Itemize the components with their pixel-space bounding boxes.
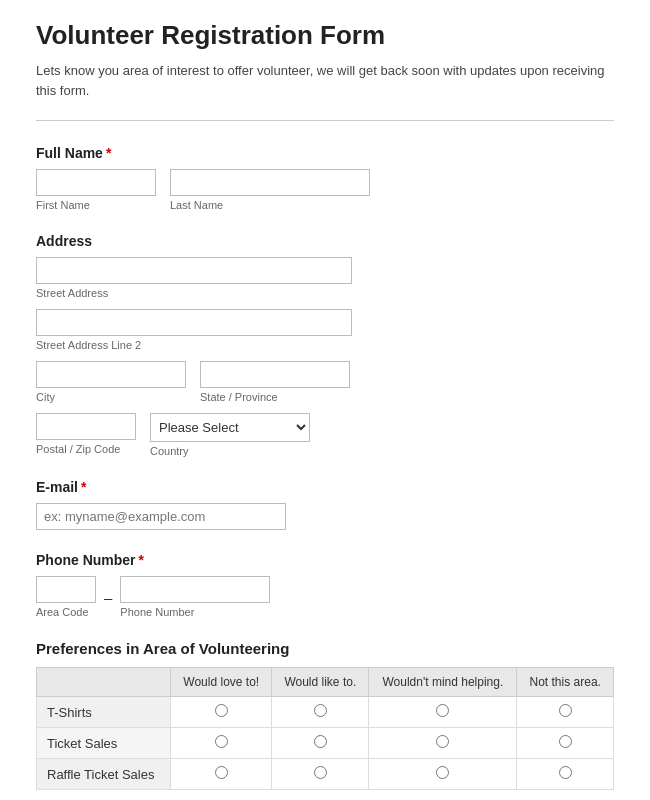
page-title: Volunteer Registration Form [36,20,614,51]
country-label: Country [150,445,310,457]
email-input[interactable] [36,503,286,530]
area-code-group: Area Code [36,576,96,618]
full-name-label: Full Name* [36,145,614,161]
pref-cell-0-3 [517,697,614,728]
preferences-title: Preferences in Area of Volunteering [36,640,614,657]
preferences-col-1: Would love to! [171,668,272,697]
pref-radio-0-2[interactable] [436,704,449,717]
street-address2-label: Street Address Line 2 [36,339,614,351]
phone-number-label: Phone Number [120,606,270,618]
city-group: City [36,361,186,403]
phone-number-group: Phone Number [120,576,270,618]
last-name-label: Last Name [170,199,370,211]
address-section: Address Street Address Street Address Li… [36,233,614,457]
pref-row-label: Raffle Ticket Sales [37,759,171,790]
pref-radio-2-0[interactable] [215,766,228,779]
city-input[interactable] [36,361,186,388]
pref-cell-2-3 [517,759,614,790]
pref-cell-2-2 [369,759,517,790]
preferences-section: Preferences in Area of Volunteering Woul… [36,640,614,790]
address-label: Address [36,233,614,249]
zip-input[interactable] [36,413,136,440]
phone-number-input[interactable] [120,576,270,603]
street-address-input[interactable] [36,257,352,284]
phone-dash: – [104,589,112,606]
page-subtitle: Lets know you area of interest to offer … [36,61,614,100]
pref-radio-2-3[interactable] [559,766,572,779]
pref-row-label: T-Shirts [37,697,171,728]
state-input[interactable] [200,361,350,388]
pref-radio-2-2[interactable] [436,766,449,779]
email-section: E-mail* [36,479,614,530]
pref-radio-0-1[interactable] [314,704,327,717]
phone-section: Phone Number* Area Code – Phone Number [36,552,614,618]
phone-required: * [139,552,144,568]
pref-cell-1-3 [517,728,614,759]
pref-cell-1-0 [171,728,272,759]
last-name-group: Last Name [170,169,370,211]
preferences-header-empty [37,668,171,697]
table-row: T-Shirts [37,697,614,728]
required-indicator: * [106,145,111,161]
pref-radio-1-1[interactable] [314,735,327,748]
pref-cell-2-0 [171,759,272,790]
area-code-input[interactable] [36,576,96,603]
state-group: State / Province [200,361,350,403]
pref-radio-1-2[interactable] [436,735,449,748]
full-name-row: First Name Last Name [36,169,614,211]
pref-cell-0-2 [369,697,517,728]
phone-label: Phone Number* [36,552,614,568]
pref-radio-1-3[interactable] [559,735,572,748]
area-code-label: Area Code [36,606,96,618]
street-address-group: Street Address [36,257,614,299]
divider [36,120,614,121]
pref-row-label: Ticket Sales [37,728,171,759]
pref-radio-0-0[interactable] [215,704,228,717]
preferences-col-3: Wouldn't mind helping. [369,668,517,697]
first-name-label: First Name [36,199,156,211]
pref-cell-0-0 [171,697,272,728]
first-name-input[interactable] [36,169,156,196]
country-group: Please Select United States Canada Unite… [150,413,310,457]
city-label: City [36,391,186,403]
preferences-table: Would love to! Would like to. Wouldn't m… [36,667,614,790]
email-label: E-mail* [36,479,614,495]
table-row: Raffle Ticket Sales [37,759,614,790]
pref-cell-2-1 [272,759,369,790]
street-address-label: Street Address [36,287,614,299]
pref-radio-1-0[interactable] [215,735,228,748]
phone-row: Area Code – Phone Number [36,576,614,618]
last-name-input[interactable] [170,169,370,196]
pref-cell-1-1 [272,728,369,759]
zip-label: Postal / Zip Code [36,443,136,455]
street-address2-input[interactable] [36,309,352,336]
state-label: State / Province [200,391,350,403]
pref-cell-0-1 [272,697,369,728]
preferences-col-2: Would like to. [272,668,369,697]
pref-radio-2-1[interactable] [314,766,327,779]
table-row: Ticket Sales [37,728,614,759]
pref-cell-1-2 [369,728,517,759]
city-state-row: City State / Province [36,361,614,403]
street-address2-group: Street Address Line 2 [36,309,614,351]
preferences-col-4: Not this area. [517,668,614,697]
preferences-header-row: Would love to! Would like to. Wouldn't m… [37,668,614,697]
country-select[interactable]: Please Select United States Canada Unite… [150,413,310,442]
pref-radio-0-3[interactable] [559,704,572,717]
email-required: * [81,479,86,495]
full-name-section: Full Name* First Name Last Name [36,145,614,211]
zip-country-row: Postal / Zip Code Please Select United S… [36,413,614,457]
first-name-group: First Name [36,169,156,211]
zip-group: Postal / Zip Code [36,413,136,455]
